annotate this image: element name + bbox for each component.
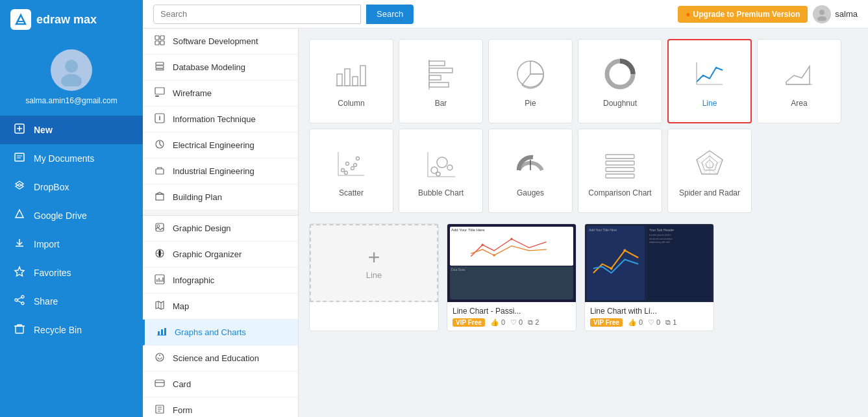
templates-grid: + Line Add Your Title Here (309, 223, 858, 331)
svg-point-33 (156, 353, 164, 361)
category-item-graphic-design[interactable]: Graphic Design (143, 216, 298, 242)
svg-rect-19 (156, 69, 164, 70)
info-tech-icon (153, 113, 166, 125)
chart-type-scatter[interactable]: Scatter (309, 129, 393, 213)
category-label: Industrial Engineering (173, 166, 254, 176)
chart-type-doughnut[interactable]: Doughnut (578, 39, 662, 123)
svg-point-11 (819, 10, 825, 15)
svg-rect-38 (345, 69, 350, 86)
category-item-software-dev[interactable]: Software Development (143, 29, 298, 55)
search-button[interactable]: Search (366, 5, 414, 24)
sidebar-item-label: My Documents (34, 153, 94, 164)
spider-chart-label: Spider and Radar (679, 188, 740, 197)
sidebar-item-my-documents[interactable]: My Documents (0, 144, 143, 173)
category-item-science-education[interactable]: Science and Education (143, 346, 298, 372)
svg-rect-17 (156, 62, 164, 65)
svg-point-47 (341, 169, 345, 172)
gauges-chart-icon (511, 144, 550, 183)
hearts-stat: ♡ 0 (648, 318, 660, 327)
chart-type-gauges[interactable]: Gauges (488, 129, 573, 213)
graphs-charts-icon (155, 326, 168, 338)
username: salma (835, 9, 858, 19)
category-label: Building Plan (173, 192, 222, 202)
chart-type-pie[interactable]: Pie (488, 39, 573, 123)
hearts-stat: ♡ 0 (510, 318, 523, 327)
likes-stat: 👍 0 (628, 318, 643, 327)
category-item-infographic[interactable]: Infographic (143, 268, 298, 294)
svg-rect-14 (160, 36, 164, 40)
favorites-icon (13, 266, 26, 280)
svg-rect-60 (606, 168, 634, 171)
science-education-icon (153, 352, 166, 364)
category-item-electrical[interactable]: Electrical Engineering (143, 133, 298, 158)
chart-type-area[interactable]: Area (757, 39, 841, 123)
infographic-icon (153, 274, 166, 286)
vip-badge: VIP Free (590, 318, 623, 327)
template-line-passive[interactable]: Add Your Title Here Daa Sora (447, 223, 577, 331)
app-name: edraw max (36, 13, 97, 27)
svg-point-0 (65, 60, 78, 73)
svg-rect-26 (156, 223, 164, 231)
sidebar-item-label: New (34, 125, 53, 135)
card-icon (153, 378, 166, 390)
template-new-blank[interactable]: + Line (309, 223, 439, 331)
header-bar: Search Upgrade to Premium Version salma (143, 0, 868, 29)
category-item-wireframe[interactable]: Wireframe (143, 81, 298, 107)
svg-rect-41 (429, 61, 445, 66)
category-label: Graphs and Charts (175, 327, 246, 337)
area-chart-label: Area (791, 99, 807, 108)
industrial-icon (153, 165, 166, 177)
category-item-graphic-organizer[interactable]: Graphic Organizer (143, 242, 298, 268)
sidebar-item-new[interactable]: New (0, 116, 143, 144)
svg-rect-40 (360, 66, 366, 86)
category-item-card[interactable]: Card (143, 372, 298, 398)
svg-point-1 (61, 74, 82, 86)
chart-type-comparison[interactable]: Comparison Chart (578, 129, 662, 213)
comparison-chart-icon (601, 144, 639, 183)
sidebar-item-label: Recycle Bin (34, 325, 82, 335)
svg-point-7 (21, 296, 24, 298)
search-input[interactable] (153, 5, 361, 24)
svg-point-54 (437, 157, 447, 168)
sidebar-item-import[interactable]: Import (0, 230, 143, 259)
svg-rect-3 (15, 153, 24, 161)
category-label: Wireframe (173, 88, 212, 98)
svg-rect-32 (164, 328, 166, 335)
chart-type-bubble[interactable]: Bubble Chart (399, 129, 483, 213)
likes-stat: 👍 0 (490, 318, 505, 327)
category-item-graphs-charts[interactable]: Graphs and Charts (143, 320, 298, 346)
sidebar-item-share[interactable]: Share (0, 287, 143, 316)
category-item-building[interactable]: Building Plan (143, 184, 298, 210)
sidebar-item-dropbox[interactable]: DropBox (0, 173, 143, 201)
sidebar-item-label: Import (34, 239, 60, 249)
category-label: Science and Education (173, 353, 259, 363)
template-line-with-li[interactable]: Add Your Title Here Your Sub Header Lore… (584, 223, 714, 331)
svg-rect-35 (155, 380, 164, 386)
chart-type-column[interactable]: Column (309, 39, 393, 123)
dropbox-icon (13, 180, 26, 194)
area-chart-icon (780, 55, 819, 94)
database-icon (153, 61, 166, 73)
bubble-chart-label: Bubble Chart (418, 188, 464, 197)
upgrade-button[interactable]: Upgrade to Premium Version (678, 6, 808, 23)
category-item-database[interactable]: Database Modeling (143, 55, 298, 81)
svg-point-56 (436, 172, 440, 176)
chart-type-line[interactable]: Line (667, 39, 752, 123)
category-item-form[interactable]: Form (143, 398, 298, 417)
sidebar-item-google-drive[interactable]: Google Drive (0, 201, 143, 230)
column-chart-icon (332, 55, 371, 94)
bar-chart-icon (421, 55, 460, 94)
sidebar-item-favorites[interactable]: Favorites (0, 259, 143, 287)
svg-rect-43 (429, 75, 441, 80)
chart-type-spider[interactable]: Spider and Radar (667, 129, 752, 213)
svg-rect-58 (606, 155, 634, 158)
svg-point-67 (493, 254, 495, 257)
sidebar-item-recycle-bin[interactable]: Recycle Bin (0, 316, 143, 344)
chart-type-bar[interactable]: Bar (399, 39, 483, 123)
category-item-industrial[interactable]: Industrial Engineering (143, 158, 298, 184)
user-area: salma (813, 5, 858, 23)
category-item-map[interactable]: Map (143, 294, 298, 320)
content-area: Column Bar Pie (299, 29, 868, 417)
google-drive-icon (13, 208, 26, 223)
category-item-info-tech[interactable]: Information Technique (143, 107, 298, 133)
